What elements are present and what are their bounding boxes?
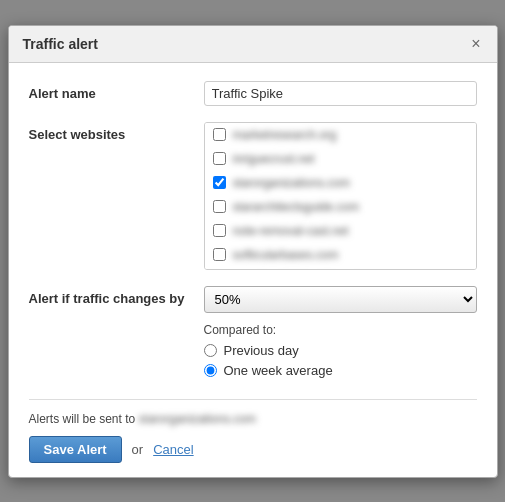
- traffic-change-select[interactable]: 10% 25% 50% 75% 100%: [204, 286, 477, 313]
- footer: Alerts will be sent to starorganizations…: [29, 412, 477, 463]
- radio-one-week[interactable]: [204, 364, 217, 377]
- radio-previous-day-label: Previous day: [224, 343, 299, 358]
- save-alert-button[interactable]: Save Alert: [29, 436, 122, 463]
- website-checkbox-1[interactable]: [213, 128, 226, 141]
- alerts-sent-to: Alerts will be sent to starorganizations…: [29, 412, 477, 426]
- list-item: softicularbases.com: [205, 243, 476, 267]
- or-text: or: [132, 442, 144, 457]
- website-label-4: stararchitectsguide.com: [233, 200, 360, 214]
- radio-one-week-row: One week average: [204, 363, 477, 378]
- website-label-1: marketresearch.org: [233, 128, 337, 142]
- website-checkbox-2[interactable]: [213, 152, 226, 165]
- traffic-change-label: Alert if traffic changes by: [29, 286, 204, 306]
- alert-name-label: Alert name: [29, 81, 204, 101]
- traffic-select-row: 10% 25% 50% 75% 100%: [204, 286, 477, 313]
- select-websites-row: Select websites marketresearch.org inrig…: [29, 122, 477, 270]
- website-checkbox-4[interactable]: [213, 200, 226, 213]
- alerts-sent-to-email: starorganizations.com: [139, 412, 256, 426]
- alert-name-input[interactable]: [204, 81, 477, 106]
- radio-one-week-label: One week average: [224, 363, 333, 378]
- close-button[interactable]: ×: [469, 36, 482, 52]
- website-label-3: starorganizations.com: [233, 176, 350, 190]
- list-item: inriguecrust.net: [205, 147, 476, 171]
- traffic-alert-dialog: Traffic alert × Alert name Select websit…: [8, 25, 498, 478]
- website-label-5: note-removal-cast.net: [233, 224, 349, 238]
- dialog-header: Traffic alert ×: [9, 26, 497, 63]
- alerts-sent-to-prefix: Alerts will be sent to: [29, 412, 136, 426]
- website-checkbox-5[interactable]: [213, 224, 226, 237]
- website-list[interactable]: marketresearch.org inriguecrust.net star…: [204, 122, 477, 270]
- list-item: marketresearch.org: [205, 123, 476, 147]
- list-item: openmouthstoguide.com: [205, 267, 476, 270]
- website-checkbox-6[interactable]: [213, 248, 226, 261]
- compared-to-label: Compared to:: [204, 323, 477, 337]
- traffic-change-control: 10% 25% 50% 75% 100% Compared to: Previo…: [204, 286, 477, 383]
- alert-name-control: [204, 81, 477, 106]
- divider: [29, 399, 477, 400]
- list-item: note-removal-cast.net: [205, 219, 476, 243]
- radio-previous-day[interactable]: [204, 344, 217, 357]
- list-item: starorganizations.com: [205, 171, 476, 195]
- dialog-body: Alert name Select websites marketresearc…: [9, 63, 497, 477]
- alert-name-row: Alert name: [29, 81, 477, 106]
- select-websites-label: Select websites: [29, 122, 204, 142]
- websites-control: marketresearch.org inriguecrust.net star…: [204, 122, 477, 270]
- website-label-6: softicularbases.com: [233, 248, 339, 262]
- cancel-button[interactable]: Cancel: [153, 442, 193, 457]
- radio-previous-day-row: Previous day: [204, 343, 477, 358]
- website-checkbox-3[interactable]: [213, 176, 226, 189]
- footer-actions: Save Alert or Cancel: [29, 436, 477, 463]
- list-item: stararchitectsguide.com: [205, 195, 476, 219]
- dialog-title: Traffic alert: [23, 36, 98, 52]
- traffic-change-row: Alert if traffic changes by 10% 25% 50% …: [29, 286, 477, 383]
- website-label-2: inriguecrust.net: [233, 152, 315, 166]
